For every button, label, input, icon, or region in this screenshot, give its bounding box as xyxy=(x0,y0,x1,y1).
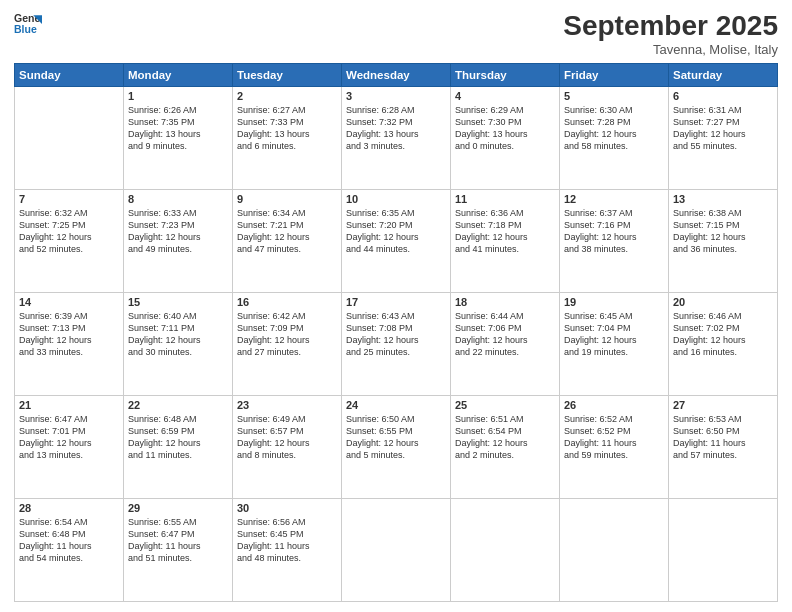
day-number: 30 xyxy=(237,502,337,514)
table-row: 11Sunrise: 6:36 AM Sunset: 7:18 PM Dayli… xyxy=(451,190,560,293)
table-row: 4Sunrise: 6:29 AM Sunset: 7:30 PM Daylig… xyxy=(451,87,560,190)
day-info: Sunrise: 6:45 AM Sunset: 7:04 PM Dayligh… xyxy=(564,310,664,359)
location-subtitle: Tavenna, Molise, Italy xyxy=(563,42,778,57)
table-row: 12Sunrise: 6:37 AM Sunset: 7:16 PM Dayli… xyxy=(560,190,669,293)
day-info: Sunrise: 6:48 AM Sunset: 6:59 PM Dayligh… xyxy=(128,413,228,462)
day-number: 28 xyxy=(19,502,119,514)
header-saturday: Saturday xyxy=(669,64,778,87)
day-number: 12 xyxy=(564,193,664,205)
day-number: 10 xyxy=(346,193,446,205)
day-number: 19 xyxy=(564,296,664,308)
logo-icon: General Blue xyxy=(14,10,42,38)
day-info: Sunrise: 6:27 AM Sunset: 7:33 PM Dayligh… xyxy=(237,104,337,153)
page: General Blue September 2025 Tavenna, Mol… xyxy=(0,0,792,612)
day-number: 8 xyxy=(128,193,228,205)
day-number: 4 xyxy=(455,90,555,102)
calendar-week-row: 1Sunrise: 6:26 AM Sunset: 7:35 PM Daylig… xyxy=(15,87,778,190)
table-row: 2Sunrise: 6:27 AM Sunset: 7:33 PM Daylig… xyxy=(233,87,342,190)
table-row: 29Sunrise: 6:55 AM Sunset: 6:47 PM Dayli… xyxy=(124,499,233,602)
day-info: Sunrise: 6:51 AM Sunset: 6:54 PM Dayligh… xyxy=(455,413,555,462)
table-row: 26Sunrise: 6:52 AM Sunset: 6:52 PM Dayli… xyxy=(560,396,669,499)
header-wednesday: Wednesday xyxy=(342,64,451,87)
day-info: Sunrise: 6:28 AM Sunset: 7:32 PM Dayligh… xyxy=(346,104,446,153)
day-number: 13 xyxy=(673,193,773,205)
table-row: 17Sunrise: 6:43 AM Sunset: 7:08 PM Dayli… xyxy=(342,293,451,396)
table-row xyxy=(15,87,124,190)
day-info: Sunrise: 6:56 AM Sunset: 6:45 PM Dayligh… xyxy=(237,516,337,565)
day-number: 16 xyxy=(237,296,337,308)
table-row: 9Sunrise: 6:34 AM Sunset: 7:21 PM Daylig… xyxy=(233,190,342,293)
table-row: 7Sunrise: 6:32 AM Sunset: 7:25 PM Daylig… xyxy=(15,190,124,293)
day-number: 1 xyxy=(128,90,228,102)
day-info: Sunrise: 6:46 AM Sunset: 7:02 PM Dayligh… xyxy=(673,310,773,359)
day-info: Sunrise: 6:32 AM Sunset: 7:25 PM Dayligh… xyxy=(19,207,119,256)
day-info: Sunrise: 6:44 AM Sunset: 7:06 PM Dayligh… xyxy=(455,310,555,359)
day-number: 29 xyxy=(128,502,228,514)
table-row xyxy=(342,499,451,602)
table-row: 21Sunrise: 6:47 AM Sunset: 7:01 PM Dayli… xyxy=(15,396,124,499)
day-number: 14 xyxy=(19,296,119,308)
day-number: 26 xyxy=(564,399,664,411)
calendar-week-row: 21Sunrise: 6:47 AM Sunset: 7:01 PM Dayli… xyxy=(15,396,778,499)
day-number: 2 xyxy=(237,90,337,102)
logo: General Blue xyxy=(14,10,42,38)
header-monday: Monday xyxy=(124,64,233,87)
table-row: 25Sunrise: 6:51 AM Sunset: 6:54 PM Dayli… xyxy=(451,396,560,499)
month-title: September 2025 xyxy=(563,10,778,42)
calendar-week-row: 28Sunrise: 6:54 AM Sunset: 6:48 PM Dayli… xyxy=(15,499,778,602)
day-info: Sunrise: 6:39 AM Sunset: 7:13 PM Dayligh… xyxy=(19,310,119,359)
day-info: Sunrise: 6:47 AM Sunset: 7:01 PM Dayligh… xyxy=(19,413,119,462)
day-number: 21 xyxy=(19,399,119,411)
day-number: 17 xyxy=(346,296,446,308)
table-row: 30Sunrise: 6:56 AM Sunset: 6:45 PM Dayli… xyxy=(233,499,342,602)
day-info: Sunrise: 6:29 AM Sunset: 7:30 PM Dayligh… xyxy=(455,104,555,153)
day-number: 15 xyxy=(128,296,228,308)
table-row: 22Sunrise: 6:48 AM Sunset: 6:59 PM Dayli… xyxy=(124,396,233,499)
day-info: Sunrise: 6:40 AM Sunset: 7:11 PM Dayligh… xyxy=(128,310,228,359)
day-number: 18 xyxy=(455,296,555,308)
calendar-week-row: 14Sunrise: 6:39 AM Sunset: 7:13 PM Dayli… xyxy=(15,293,778,396)
header: General Blue September 2025 Tavenna, Mol… xyxy=(14,10,778,57)
day-info: Sunrise: 6:52 AM Sunset: 6:52 PM Dayligh… xyxy=(564,413,664,462)
day-number: 25 xyxy=(455,399,555,411)
table-row: 18Sunrise: 6:44 AM Sunset: 7:06 PM Dayli… xyxy=(451,293,560,396)
day-number: 9 xyxy=(237,193,337,205)
calendar-header-row: Sunday Monday Tuesday Wednesday Thursday… xyxy=(15,64,778,87)
day-number: 6 xyxy=(673,90,773,102)
table-row: 8Sunrise: 6:33 AM Sunset: 7:23 PM Daylig… xyxy=(124,190,233,293)
table-row: 6Sunrise: 6:31 AM Sunset: 7:27 PM Daylig… xyxy=(669,87,778,190)
day-number: 24 xyxy=(346,399,446,411)
day-info: Sunrise: 6:34 AM Sunset: 7:21 PM Dayligh… xyxy=(237,207,337,256)
day-info: Sunrise: 6:35 AM Sunset: 7:20 PM Dayligh… xyxy=(346,207,446,256)
day-number: 11 xyxy=(455,193,555,205)
table-row: 10Sunrise: 6:35 AM Sunset: 7:20 PM Dayli… xyxy=(342,190,451,293)
table-row: 3Sunrise: 6:28 AM Sunset: 7:32 PM Daylig… xyxy=(342,87,451,190)
day-info: Sunrise: 6:38 AM Sunset: 7:15 PM Dayligh… xyxy=(673,207,773,256)
svg-text:Blue: Blue xyxy=(14,23,37,35)
day-info: Sunrise: 6:49 AM Sunset: 6:57 PM Dayligh… xyxy=(237,413,337,462)
calendar-week-row: 7Sunrise: 6:32 AM Sunset: 7:25 PM Daylig… xyxy=(15,190,778,293)
table-row: 16Sunrise: 6:42 AM Sunset: 7:09 PM Dayli… xyxy=(233,293,342,396)
table-row: 24Sunrise: 6:50 AM Sunset: 6:55 PM Dayli… xyxy=(342,396,451,499)
calendar-table: Sunday Monday Tuesday Wednesday Thursday… xyxy=(14,63,778,602)
day-number: 27 xyxy=(673,399,773,411)
table-row: 28Sunrise: 6:54 AM Sunset: 6:48 PM Dayli… xyxy=(15,499,124,602)
day-number: 3 xyxy=(346,90,446,102)
table-row xyxy=(451,499,560,602)
day-info: Sunrise: 6:30 AM Sunset: 7:28 PM Dayligh… xyxy=(564,104,664,153)
day-info: Sunrise: 6:42 AM Sunset: 7:09 PM Dayligh… xyxy=(237,310,337,359)
day-number: 20 xyxy=(673,296,773,308)
table-row: 15Sunrise: 6:40 AM Sunset: 7:11 PM Dayli… xyxy=(124,293,233,396)
day-info: Sunrise: 6:33 AM Sunset: 7:23 PM Dayligh… xyxy=(128,207,228,256)
day-info: Sunrise: 6:50 AM Sunset: 6:55 PM Dayligh… xyxy=(346,413,446,462)
day-info: Sunrise: 6:37 AM Sunset: 7:16 PM Dayligh… xyxy=(564,207,664,256)
day-number: 22 xyxy=(128,399,228,411)
title-area: September 2025 Tavenna, Molise, Italy xyxy=(563,10,778,57)
table-row: 27Sunrise: 6:53 AM Sunset: 6:50 PM Dayli… xyxy=(669,396,778,499)
header-friday: Friday xyxy=(560,64,669,87)
day-info: Sunrise: 6:53 AM Sunset: 6:50 PM Dayligh… xyxy=(673,413,773,462)
day-number: 7 xyxy=(19,193,119,205)
day-number: 23 xyxy=(237,399,337,411)
table-row: 19Sunrise: 6:45 AM Sunset: 7:04 PM Dayli… xyxy=(560,293,669,396)
day-info: Sunrise: 6:54 AM Sunset: 6:48 PM Dayligh… xyxy=(19,516,119,565)
